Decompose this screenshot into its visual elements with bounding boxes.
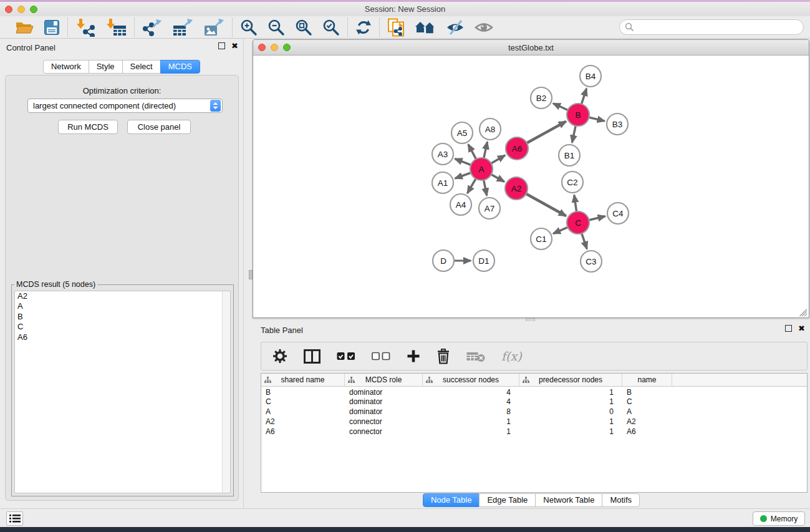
network-canvas[interactable]: B4B2BB3A5A8A6A3B1AA1C2A2A4A7C4CC1C3DD1 [253,56,809,317]
control-panel-title: Control Panel [0,43,55,52]
cell[interactable]: 1 [423,426,519,436]
eye-slash-icon[interactable] [446,19,465,36]
memory-button[interactable]: Memory [753,511,805,526]
cell[interactable]: 8 [423,407,519,417]
cell[interactable]: B [261,387,345,397]
refresh-icon[interactable] [355,19,372,36]
tab-mcds[interactable]: MCDS [160,60,200,74]
cell[interactable]: 1 [423,416,519,426]
table-row[interactable]: A2connector11A2 [261,416,807,426]
mcds-result-item[interactable]: A2 [15,291,230,301]
tab-style[interactable]: Style [89,60,123,74]
mcds-result-item[interactable]: C [15,322,230,332]
cell[interactable]: 1 [519,397,622,407]
homes-icon[interactable] [415,19,436,36]
resize-grip-icon[interactable] [799,308,808,316]
mcds-result-item[interactable]: B [15,312,230,322]
search-input[interactable] [634,22,803,32]
column-header-predecessor-nodes[interactable]: predecessor nodes [519,374,622,387]
export-image-icon[interactable] [203,18,224,37]
import-network-icon[interactable] [75,18,95,37]
network-graph[interactable]: B4B2BB3A5A8A6A3B1AA1C2A2A4A7C4CC1C3DD1 [253,56,809,317]
cell[interactable]: connector [345,416,423,426]
cell[interactable]: 4 [423,387,519,397]
zoom-fit-icon[interactable] [295,19,312,36]
import-table-icon[interactable] [105,18,127,37]
node-label-A7: A7 [485,204,495,213]
float-panel-icon[interactable] [218,42,225,49]
cell[interactable]: A6 [261,426,345,436]
cell[interactable]: 1 [519,387,622,397]
cell[interactable]: 1 [519,426,622,436]
cell-filler [672,426,807,436]
cell[interactable]: C [622,397,672,407]
table-row[interactable]: Adominator80A [261,407,807,417]
tab-network-table[interactable]: Network Table [535,493,602,507]
zoom-in-icon[interactable] [240,19,258,36]
cell[interactable]: 1 [519,416,622,426]
eye-icon[interactable] [475,21,493,34]
column-header-mcds-role[interactable]: MCDS role [345,374,423,387]
settings-gear-icon[interactable] [272,349,287,364]
tab-select[interactable]: Select [122,60,161,74]
cell[interactable]: A2 [261,416,345,426]
table-row[interactable]: Cdominator41C [261,397,807,407]
open-folder-icon[interactable] [15,19,34,36]
column-header-shared-name[interactable]: shared name [261,374,345,387]
node-label-A: A [478,165,484,174]
tab-motifs[interactable]: Motifs [602,493,640,507]
cell[interactable]: dominator [345,407,423,417]
cell[interactable]: 4 [423,397,519,407]
float-panel-icon[interactable] [785,325,792,332]
save-icon[interactable] [44,19,60,36]
delete-table-icon[interactable] [466,350,485,362]
mcds-result-item[interactable]: A [15,301,230,311]
table-row[interactable]: Bdominator41B [261,387,807,397]
run-mcds-button[interactable]: Run MCDS [58,120,118,134]
search-field[interactable] [619,19,804,35]
network-window-titlebar[interactable]: testGlobe.txt [253,40,809,56]
tab-network[interactable]: Network [43,60,89,74]
trash-icon[interactable] [436,349,450,364]
cell[interactable]: C [261,397,345,407]
table-panel: Table Panel ✖ [253,321,810,508]
cell[interactable]: 0 [519,407,622,417]
cell[interactable]: A [261,407,345,417]
node-label-A2: A2 [511,184,522,193]
mcds-result-list[interactable]: A2ABCA6 [14,291,231,493]
task-history-button[interactable] [6,511,23,526]
columns-icon[interactable] [304,349,321,364]
table-row[interactable]: A6connector11A6 [261,426,807,436]
close-panel-icon[interactable]: ✖ [231,42,238,49]
close-panel-button[interactable]: Close panel [127,120,191,134]
zoom-out-icon[interactable] [268,19,285,36]
zoom-selected-icon[interactable] [322,19,340,36]
scrollbar-track[interactable] [222,291,230,493]
tab-edge-table[interactable]: Edge Table [479,493,536,507]
add-icon[interactable] [407,349,420,363]
node-label-A4: A4 [456,200,466,210]
cell[interactable]: dominator [345,397,423,407]
cell[interactable]: dominator [345,387,423,397]
close-panel-icon[interactable]: ✖ [798,325,805,332]
node-label-A5: A5 [457,128,468,138]
column-header-name[interactable]: name [622,374,672,387]
document-share-icon[interactable] [387,18,405,37]
cell[interactable]: connector [345,426,423,436]
criterion-dropdown[interactable]: largest connected component (directed) [27,99,223,113]
uncheck-all-icon[interactable] [372,352,390,360]
cell[interactable]: B [622,387,672,397]
cell-filler [672,397,807,407]
node-table[interactable]: shared nameMCDS rolesuccessor nodesprede… [261,373,808,493]
check-all-icon[interactable] [337,352,355,360]
column-header-successor-nodes[interactable]: successor nodes [423,374,519,387]
tab-node-table[interactable]: Node Table [423,493,480,507]
cell[interactable]: A6 [622,426,672,436]
splitter-handle[interactable] [249,270,253,279]
cell[interactable]: A2 [622,416,672,426]
node-label-C: C [575,218,581,228]
mcds-result-item[interactable]: A6 [15,332,230,342]
export-network-icon[interactable] [142,18,162,37]
export-table-icon[interactable] [172,18,193,37]
cell[interactable]: A [622,407,672,417]
